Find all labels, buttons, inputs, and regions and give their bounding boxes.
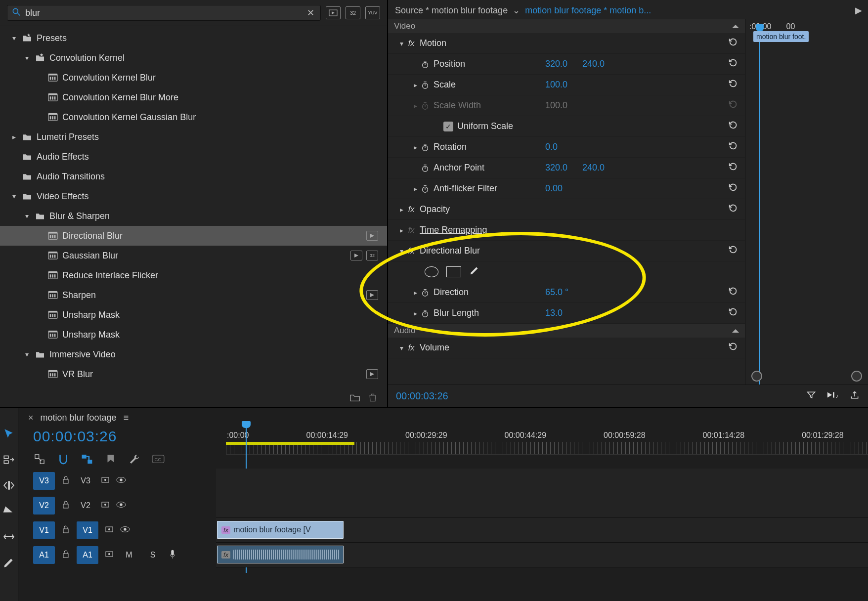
track-lane-v1[interactable]: fx motion blur footage [V: [216, 518, 868, 543]
playhead-icon[interactable]: [242, 421, 251, 428]
search-clear-icon[interactable]: ✕: [305, 7, 316, 18]
disclosure-triangle-icon[interactable]: ▾: [23, 54, 31, 62]
position-x-value[interactable]: 320.0: [539, 59, 567, 69]
yuv-effects-filter-icon[interactable]: YUV: [365, 6, 380, 19]
toggle-track-output-icon[interactable]: [116, 500, 126, 512]
volume-effect-row[interactable]: ▾fx Volume: [388, 338, 745, 358]
reset-icon[interactable]: [728, 342, 739, 353]
sync-lock-icon[interactable]: [100, 475, 110, 487]
voiceover-record-icon[interactable]: [168, 549, 177, 561]
disclosure-triangle-icon[interactable]: ▾: [10, 34, 18, 42]
sync-lock-icon[interactable]: [100, 500, 110, 512]
collapse-icon[interactable]: [732, 25, 739, 28]
search-input[interactable]: [21, 8, 305, 18]
reset-icon[interactable]: [728, 162, 739, 173]
stopwatch-icon[interactable]: [420, 81, 431, 89]
selection-tool-icon[interactable]: [0, 426, 18, 442]
filter-icon[interactable]: [806, 390, 817, 402]
track-target-a1[interactable]: A1: [77, 546, 98, 564]
reset-icon[interactable]: [728, 121, 739, 132]
track-lane-a1[interactable]: fx: [216, 543, 868, 567]
effects-tree-item[interactable]: Convolution Kernel Blur More: [0, 87, 387, 107]
directional-blur-effect-row[interactable]: ▾fx Directional Blur: [388, 241, 745, 261]
stopwatch-icon[interactable]: [420, 309, 431, 318]
track-select-tool-icon[interactable]: [0, 451, 18, 468]
timeline-timecode[interactable]: 00:00:03:26: [33, 428, 216, 445]
close-tab-icon[interactable]: ×: [28, 413, 34, 423]
stopwatch-icon[interactable]: [420, 288, 431, 297]
rectangle-mask-icon[interactable]: [446, 266, 461, 277]
play-around-icon[interactable]: ♪: [826, 390, 839, 402]
reset-icon[interactable]: [728, 38, 739, 49]
antiflicker-value[interactable]: 0.00: [539, 183, 563, 194]
razor-tool-icon[interactable]: [0, 503, 18, 519]
track-target-v1[interactable]: V1: [77, 521, 98, 539]
collapse-icon[interactable]: [732, 329, 739, 333]
sequence-clip-label[interactable]: motion blur footage * motion b...: [525, 5, 851, 16]
tab-menu-icon[interactable]: ≡: [124, 413, 129, 423]
effects-tree-item[interactable]: Unsharp Mask: [0, 325, 387, 344]
effects-tree-item[interactable]: Reduce Interlace Flicker: [0, 265, 387, 285]
pen-mask-icon[interactable]: [469, 265, 480, 278]
track-lane-v2[interactable]: [216, 493, 868, 518]
effects-tree-item[interactable]: Audio Transitions: [0, 167, 387, 186]
effect-controls-timecode[interactable]: 00:00:03:26: [396, 390, 448, 402]
effects-tree-item[interactable]: Gaussian Blur32: [0, 246, 387, 265]
audio-clip[interactable]: fx: [217, 546, 344, 563]
mute-button[interactable]: M: [120, 551, 138, 559]
anchor-y-value[interactable]: 240.0: [567, 163, 605, 173]
track-header-v1[interactable]: V1 V1: [33, 518, 216, 543]
timeline-track-area[interactable]: fx motion blur footage [V fx: [216, 469, 868, 567]
delete-icon[interactable]: [367, 392, 378, 402]
reset-icon[interactable]: [728, 141, 739, 153]
lock-icon[interactable]: [61, 549, 71, 561]
track-header-v2[interactable]: V2 V2: [33, 493, 216, 518]
accelerated-effects-filter-icon[interactable]: [326, 6, 341, 19]
effects-tree-item[interactable]: Convolution Kernel Gaussian Blur: [0, 107, 387, 127]
play-only-icon[interactable]: ▶: [851, 5, 862, 16]
timeline-ruler[interactable]: :00:0000:00:14:2900:00:29:2900:00:44:290…: [226, 428, 868, 455]
zoom-handle-left[interactable]: [751, 371, 762, 382]
toggle-track-output-icon[interactable]: [120, 524, 130, 537]
export-frame-icon[interactable]: [849, 390, 860, 402]
pen-tool-icon[interactable]: [0, 554, 18, 571]
32bit-effects-filter-icon[interactable]: 32: [346, 6, 360, 19]
disclosure-triangle-icon[interactable]: ▾: [10, 192, 18, 200]
track-target-v3[interactable]: V3: [33, 472, 55, 490]
track-header-a1[interactable]: A1 A1 M S: [33, 543, 216, 567]
slip-tool-icon[interactable]: [0, 528, 18, 545]
effects-tree-item[interactable]: ▾Immersive Video: [0, 344, 387, 364]
marker-icon[interactable]: [104, 453, 117, 466]
rotation-value[interactable]: 0.0: [539, 142, 558, 152]
sync-lock-icon[interactable]: [104, 549, 114, 561]
stopwatch-icon[interactable]: [420, 143, 431, 152]
opacity-effect-row[interactable]: ▸fx Opacity: [388, 199, 745, 220]
effects-tree-item[interactable]: ▾★Presets: [0, 28, 387, 48]
reset-icon[interactable]: [728, 307, 739, 319]
insert-mode-icon[interactable]: [33, 453, 46, 466]
position-y-value[interactable]: 240.0: [567, 59, 605, 69]
effects-tree-item[interactable]: ▾Blur & Sharpen: [0, 206, 387, 226]
time-remapping-row[interactable]: ▸fx Time Remapping: [388, 220, 745, 241]
zoom-handle-right[interactable]: [851, 371, 862, 382]
sync-lock-icon[interactable]: [104, 524, 114, 537]
disclosure-triangle-icon[interactable]: ▾: [23, 350, 31, 358]
effects-tree-item[interactable]: Sharpen: [0, 285, 387, 305]
reset-icon[interactable]: [728, 183, 739, 194]
lock-icon[interactable]: [61, 500, 71, 512]
effects-tree-item[interactable]: Audio Effects: [0, 147, 387, 167]
track-lane-v3[interactable]: [216, 469, 868, 493]
stopwatch-icon[interactable]: [420, 60, 431, 69]
chevron-down-icon[interactable]: ⌄: [508, 5, 525, 16]
ellipse-mask-icon[interactable]: [425, 266, 438, 277]
motion-effect-row[interactable]: ▾fx Motion: [388, 33, 745, 54]
track-header-v3[interactable]: V3 V3: [33, 469, 216, 493]
work-area-bar[interactable]: [226, 442, 354, 445]
toggle-track-output-icon[interactable]: [116, 475, 126, 487]
settings-wrench-icon[interactable]: [128, 453, 141, 466]
solo-button[interactable]: S: [144, 551, 162, 559]
effects-tree-item[interactable]: Convolution Kernel Blur: [0, 68, 387, 87]
lock-icon[interactable]: [61, 475, 71, 487]
effects-tree-item[interactable]: ▸Lumetri Presets: [0, 127, 387, 147]
lock-icon[interactable]: [61, 524, 71, 537]
